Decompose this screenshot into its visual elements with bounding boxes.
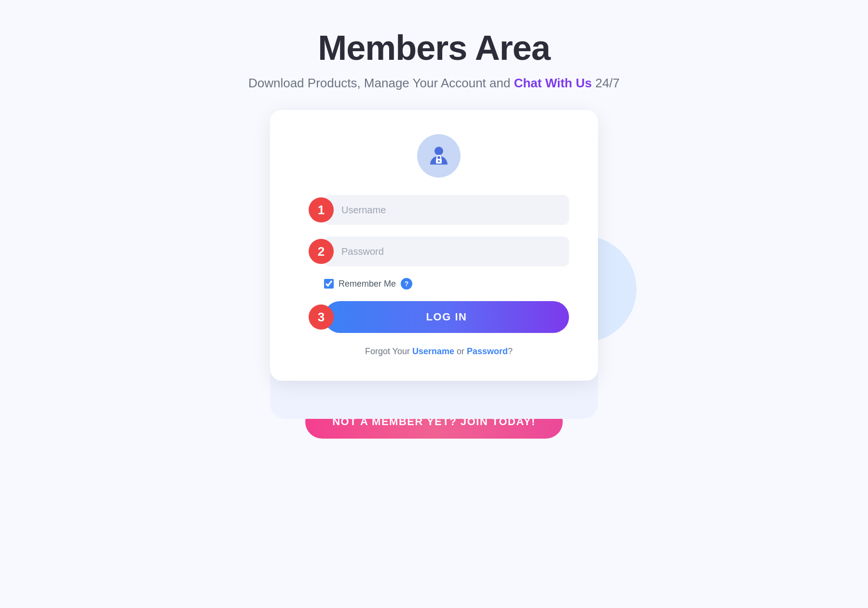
- user-lock-icon: [426, 143, 451, 168]
- step-1-badge: 1: [309, 197, 334, 222]
- help-icon[interactable]: ?: [401, 278, 412, 290]
- forgot-prefix: Forgot Your: [365, 346, 412, 356]
- login-card: 1 2 Remember Me ? 3 LOG IN Forgot Your U: [270, 110, 598, 381]
- login-row: 3 LOG IN: [309, 301, 569, 333]
- step-2-badge: 2: [309, 239, 334, 264]
- avatar-circle: [417, 134, 461, 178]
- page-subtitle: Download Products, Manage Your Account a…: [248, 76, 620, 91]
- password-row: 2: [309, 236, 569, 266]
- login-button[interactable]: LOG IN: [324, 301, 569, 333]
- forgot-credentials-row: Forgot Your Username or Password?: [309, 346, 569, 357]
- svg-point-0: [434, 147, 443, 155]
- forgot-username-link[interactable]: Username: [412, 346, 454, 356]
- remember-me-checkbox[interactable]: [324, 279, 334, 289]
- subtitle-suffix: 24/7: [592, 76, 620, 90]
- svg-point-2: [438, 160, 440, 162]
- forgot-password-link[interactable]: Password: [467, 346, 508, 356]
- remember-me-label: Remember Me: [339, 279, 396, 289]
- forgot-suffix: ?: [508, 346, 513, 356]
- chat-with-us-link[interactable]: Chat With Us: [514, 76, 592, 90]
- outer-card: 1 2 Remember Me ? 3 LOG IN Forgot Your U: [246, 110, 622, 381]
- forgot-or: or: [454, 346, 467, 356]
- step-3-badge: 3: [309, 304, 334, 330]
- page-header: Members Area Download Products, Manage Y…: [248, 29, 620, 91]
- username-row: 1: [309, 195, 569, 225]
- avatar-container: [309, 134, 569, 178]
- username-input[interactable]: [324, 195, 569, 225]
- subtitle-prefix: Download Products, Manage Your Account a…: [248, 76, 514, 90]
- page-title: Members Area: [248, 29, 620, 67]
- password-input[interactable]: [324, 236, 569, 266]
- remember-me-row: Remember Me ?: [309, 278, 569, 290]
